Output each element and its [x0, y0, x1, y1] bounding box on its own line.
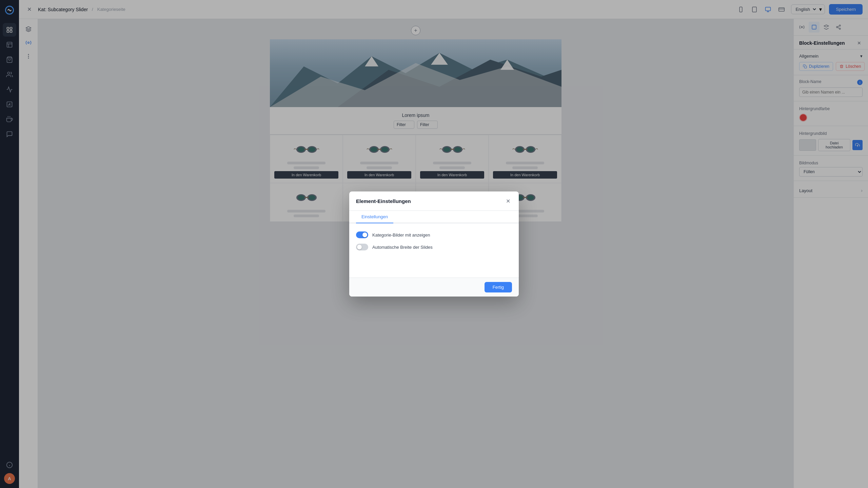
toggle-row-auto-breite: Automatische Breite der Slides	[356, 244, 512, 250]
toggle-knob	[357, 245, 362, 249]
fertig-button[interactable]: Fertig	[485, 282, 512, 292]
toggle-auto-breite[interactable]	[356, 244, 368, 250]
modal-header: Element-Einstellungen ✕	[349, 191, 519, 211]
toggle-auto-breite-label: Automatische Breite der Slides	[372, 245, 433, 250]
toggle-row-kategorie-bilder: Kategorie-Bilder mit anzeigen	[356, 231, 512, 238]
toggle-kategorie-bilder-label: Kategorie-Bilder mit anzeigen	[372, 232, 430, 238]
modal-tab-einstellungen[interactable]: Einstellungen	[356, 211, 393, 223]
toggle-kategorie-bilder[interactable]	[356, 231, 368, 238]
modal-close-button[interactable]: ✕	[504, 197, 512, 205]
modal-tabs: Einstellungen	[349, 211, 519, 223]
modal-title: Element-Einstellungen	[356, 198, 411, 204]
element-settings-modal: Element-Einstellungen ✕ Einstellungen Ka…	[349, 191, 519, 297]
modal-footer: Fertig	[349, 278, 519, 297]
modal-overlay[interactable]: Element-Einstellungen ✕ Einstellungen Ka…	[0, 0, 868, 488]
modal-body: Kategorie-Bilder mit anzeigen Automatisc…	[349, 223, 519, 278]
toggle-knob	[362, 232, 367, 237]
